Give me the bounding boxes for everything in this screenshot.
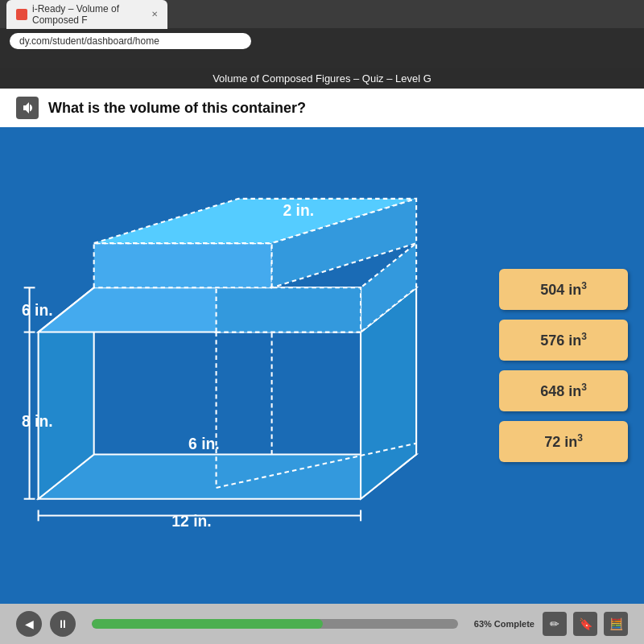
svg-marker-0 — [39, 454, 417, 498]
figure-area: 2 in. 6 in. 8 in. 6 in. 12 in. — [16, 143, 483, 588]
answer-button-4[interactable]: 72 in3 — [499, 421, 628, 462]
progress-bar-container — [92, 619, 458, 629]
svg-text:6 in.: 6 in. — [188, 436, 220, 452]
tab-favicon — [16, 9, 27, 20]
svg-text:8 in.: 8 in. — [22, 413, 53, 430]
pencil-icon[interactable]: ✏ — [543, 612, 567, 636]
answers-area: 504 in3 576 in3 648 in3 72 in3 — [499, 143, 628, 588]
answer-button-3[interactable]: 648 in3 — [499, 370, 628, 411]
figure-svg: 2 in. 6 in. 8 in. 6 in. 12 in. — [16, 143, 483, 588]
address-bar: dy.com/student/dashboard/home — [0, 28, 644, 54]
question-text: What is the volume of this container? — [48, 100, 306, 117]
browser-tab[interactable]: i-Ready – Volume of Composed F ✕ — [6, 0, 167, 29]
address-input[interactable]: dy.com/student/dashboard/home — [10, 33, 251, 49]
pause-button[interactable]: ⏸ — [50, 611, 76, 637]
progress-label: 63% Complete — [474, 619, 535, 629]
progress-bar-fill — [92, 619, 323, 629]
tab-close-button[interactable]: ✕ — [151, 10, 158, 19]
svg-text:2 in.: 2 in. — [283, 202, 314, 219]
calculator-icon[interactable]: 🧮 — [604, 612, 628, 636]
svg-marker-6 — [217, 287, 361, 332]
content-area: 2 in. 6 in. 8 in. 6 in. 12 in. — [0, 127, 644, 604]
svg-text:6 in.: 6 in. — [22, 302, 53, 319]
browser-chrome: i-Ready – Volume of Composed F ✕ dy.com/… — [0, 0, 644, 68]
svg-marker-7 — [94, 243, 272, 287]
back-button[interactable]: ◀ — [16, 611, 42, 637]
answer-button-1[interactable]: 504 in3 — [499, 269, 628, 310]
bottom-bar: ◀ ⏸ 63% Complete ✏ 🔖 🧮 — [0, 604, 644, 644]
tool-icons: ✏ 🔖 🧮 — [543, 612, 628, 636]
bookmark-icon[interactable]: 🔖 — [573, 612, 597, 636]
speaker-button[interactable] — [16, 97, 39, 119]
tab-bar: i-Ready – Volume of Composed F ✕ — [0, 0, 644, 28]
main-content: Volume of Composed Figures – Quiz – Leve… — [0, 68, 644, 644]
quiz-title: Volume of Composed Figures – Quiz – Leve… — [213, 72, 431, 85]
tab-title: i-Ready – Volume of Composed F — [32, 3, 143, 26]
question-area: What is the volume of this container? — [0, 89, 644, 127]
answer-button-2[interactable]: 576 in3 — [499, 320, 628, 361]
quiz-header: Volume of Composed Figures – Quiz – Leve… — [0, 68, 644, 89]
